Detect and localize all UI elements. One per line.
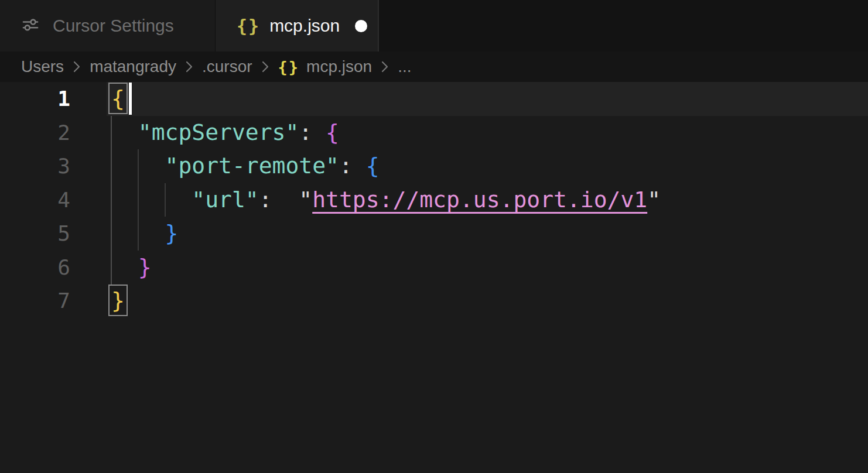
- code-token: [353, 153, 366, 179]
- code-token: ": [647, 187, 661, 212]
- code-token: [111, 153, 165, 179]
- tab-cursor-settings[interactable]: Cursor Settings: [0, 0, 216, 52]
- line-number[interactable]: 6: [0, 251, 70, 285]
- breadcrumb-item-matangrady[interactable]: matangrady: [90, 57, 176, 76]
- tab-bar-empty-space: [378, 0, 868, 52]
- code-line[interactable]: 6 }: [0, 251, 868, 285]
- code-line[interactable]: 2 "mcpServers": {: [0, 116, 868, 150]
- code-token: "port-remote": [165, 153, 339, 179]
- code-token: [312, 119, 326, 145]
- line-number[interactable]: 2: [0, 116, 70, 150]
- tab-label: Cursor Settings: [53, 16, 174, 36]
- json-braces-icon: {}: [278, 58, 300, 76]
- tab-label: mcp.json: [269, 16, 340, 36]
- breadcrumb: Usersmatangrady.cursor{}mcp.json...: [0, 52, 868, 82]
- code-line-content: }: [107, 284, 868, 318]
- editor[interactable]: 1{2 "mcpServers": {3 "port-remote": {4 "…: [0, 82, 868, 473]
- chevron-right-icon: [71, 59, 82, 74]
- modified-dot[interactable]: [355, 20, 367, 32]
- code-line[interactable]: 4 "url": "https://mcp.us.port.io/v1": [0, 183, 868, 217]
- code-token: }: [138, 254, 152, 280]
- link-token[interactable]: https://mcp.us.port.io/v1: [312, 187, 647, 212]
- breadcrumb-label: ...: [398, 57, 411, 76]
- breadcrumb-label: matangrady: [90, 57, 176, 76]
- line-number[interactable]: 5: [0, 217, 70, 251]
- code-token: }: [165, 220, 179, 246]
- breadcrumb-item-mcp-json[interactable]: {}mcp.json: [278, 57, 373, 76]
- code-token: :: [259, 187, 272, 212]
- code-line[interactable]: 7}: [0, 284, 868, 318]
- code-token: "mcpServers": [138, 119, 299, 145]
- tab-bar: Cursor Settings {} mcp.json: [0, 0, 868, 52]
- line-number[interactable]: 7: [0, 284, 70, 318]
- code-line-content: "url": "https://mcp.us.port.io/v1": [107, 183, 868, 217]
- json-braces-icon: {}: [237, 16, 260, 36]
- text-cursor: [129, 83, 132, 115]
- code-line-content: }: [107, 251, 868, 285]
- code-line-content: "port-remote": {: [107, 149, 868, 183]
- breadcrumb-label: Users: [21, 57, 64, 76]
- code-token: [111, 187, 192, 212]
- code-token: {: [366, 153, 380, 179]
- code-token: {: [326, 119, 339, 145]
- code-line-content: "mcpServers": {: [107, 116, 868, 150]
- chevron-right-icon: [184, 59, 194, 74]
- breadcrumb-label: mcp.json: [306, 57, 372, 76]
- code-token: ": [299, 187, 312, 212]
- code-line-content: }: [107, 217, 868, 251]
- bracket-match: {: [111, 85, 125, 111]
- code-token: [111, 119, 138, 145]
- line-number[interactable]: 3: [0, 149, 70, 183]
- code-token: :: [299, 119, 312, 145]
- code-line[interactable]: 3 "port-remote": {: [0, 149, 868, 183]
- code-token: "url": [192, 187, 258, 212]
- code-line[interactable]: 5 }: [0, 217, 868, 251]
- code-token: :: [339, 153, 353, 179]
- breadcrumb-item--[interactable]: ...: [398, 57, 411, 76]
- breadcrumb-item--cursor[interactable]: .cursor: [202, 57, 252, 76]
- line-number[interactable]: 1: [0, 82, 70, 116]
- code-line[interactable]: 1{: [0, 82, 868, 116]
- chevron-right-icon: [380, 59, 390, 74]
- sliders-icon: [20, 14, 41, 37]
- code-token: [111, 254, 138, 280]
- breadcrumb-item-users[interactable]: Users: [21, 57, 64, 76]
- bracket-match: }: [111, 287, 125, 313]
- code-token: [111, 220, 165, 246]
- tab-mcp-json[interactable]: {} mcp.json: [216, 0, 378, 52]
- breadcrumb-label: .cursor: [202, 57, 252, 76]
- line-number[interactable]: 4: [0, 183, 70, 217]
- code-line-content: {: [107, 82, 868, 116]
- code-token: [272, 187, 299, 212]
- chevron-right-icon: [260, 59, 271, 74]
